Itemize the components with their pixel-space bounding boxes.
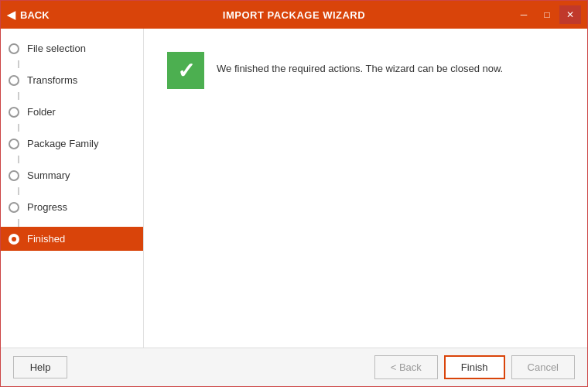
step-dot: [9, 107, 19, 118]
minimize-button[interactable]: ─: [513, 5, 535, 24]
wizard-window: ◀ BACK IMPORT PACKAGE WIZARD ─ □ ✕ File …: [0, 0, 588, 387]
step-dot: [9, 75, 19, 86]
step-connector: [18, 92, 19, 100]
sidebar-item-summary[interactable]: Summary: [1, 163, 143, 187]
sidebar-item-finished[interactable]: Finished: [1, 227, 143, 251]
finish-button[interactable]: Finish: [444, 355, 505, 379]
success-icon: ✓: [167, 52, 204, 89]
success-message: We finished the required actions. The wi…: [217, 52, 503, 77]
step-connector: [18, 219, 19, 227]
sidebar-item-label: Folder: [27, 106, 56, 118]
sidebar-item-label: Summary: [27, 170, 70, 181]
back-nav-button[interactable]: < Back: [374, 355, 438, 379]
maximize-button[interactable]: □: [536, 5, 558, 24]
cancel-button[interactable]: Cancel: [511, 355, 575, 379]
sidebar-item-progress[interactable]: Progress: [1, 195, 143, 219]
sidebar: File selection Transforms Folder Package…: [1, 29, 144, 348]
footer-right: < Back Finish Cancel: [374, 355, 575, 379]
sidebar-item-label: File selection: [27, 43, 86, 54]
titlebar: ◀ BACK IMPORT PACKAGE WIZARD ─ □ ✕: [1, 1, 587, 29]
step-connector: [18, 156, 19, 163]
main-area: File selection Transforms Folder Package…: [1, 29, 587, 348]
step-dot: [9, 170, 19, 181]
sidebar-item-label: Transforms: [27, 74, 77, 86]
sidebar-item-label: Progress: [27, 201, 67, 213]
step-dot: [9, 43, 19, 54]
window-controls: ─ □ ✕: [513, 5, 581, 24]
close-button[interactable]: ✕: [559, 5, 581, 24]
footer-left: Help: [13, 356, 67, 378]
step-connector: [18, 60, 19, 68]
back-arrow-icon: ◀: [7, 9, 15, 21]
sidebar-item-file-selection[interactable]: File selection: [1, 36, 143, 60]
back-label: BACK: [20, 9, 50, 21]
wizard-footer: Help < Back Finish Cancel: [1, 348, 587, 386]
back-button[interactable]: ◀ BACK: [7, 9, 50, 21]
sidebar-item-package-family[interactable]: Package Family: [1, 132, 143, 156]
wizard-content: ✓ We finished the required actions. The …: [144, 29, 587, 348]
step-dot: [9, 139, 19, 149]
sidebar-item-folder[interactable]: Folder: [1, 100, 143, 124]
help-button[interactable]: Help: [13, 356, 67, 378]
window-title: IMPORT PACKAGE WIZARD: [223, 9, 365, 21]
sidebar-item-label: Package Family: [27, 138, 98, 149]
step-dot: [9, 202, 19, 213]
success-box: ✓ We finished the required actions. The …: [167, 52, 564, 89]
step-connector: [18, 124, 19, 132]
sidebar-item-transforms[interactable]: Transforms: [1, 68, 143, 92]
sidebar-item-label-active: Finished: [27, 233, 65, 245]
check-mark: ✓: [177, 58, 195, 84]
step-connector: [18, 187, 19, 195]
step-dot-inner: [12, 237, 16, 241]
step-dot-active: [9, 234, 19, 245]
